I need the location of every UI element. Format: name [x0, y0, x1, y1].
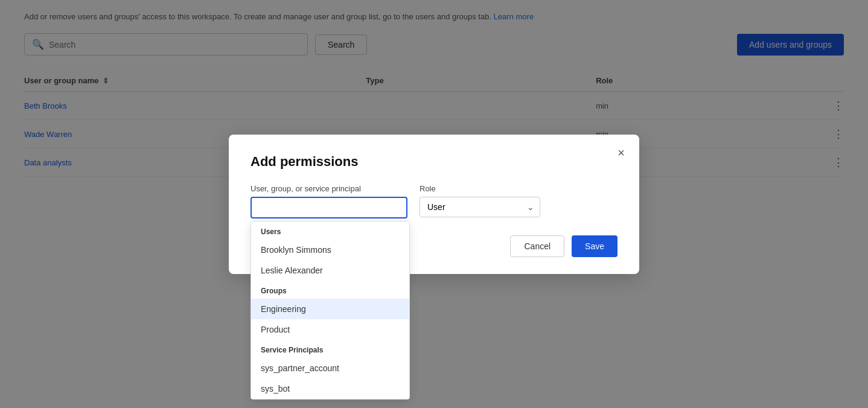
save-button[interactable]: Save: [572, 235, 617, 257]
user-field-group: User, group, or service principal Users …: [251, 184, 407, 218]
dropdown-item-sys-partner[interactable]: sys_partner_account: [251, 358, 409, 378]
dropdown-item-sys-bot[interactable]: sys_bot: [251, 378, 409, 399]
role-select[interactable]: User Admin Viewer: [420, 197, 540, 217]
dropdown-item-engineering[interactable]: Engineering: [251, 299, 409, 319]
dropdown-item-leslie[interactable]: Leslie Alexander: [251, 260, 409, 281]
add-permissions-modal: Add permissions × User, group, or servic…: [229, 135, 639, 274]
dropdown-category-groups: Groups: [251, 281, 409, 299]
user-group-input[interactable]: [251, 197, 407, 218]
role-select-wrap: User Admin Viewer ⌄: [420, 197, 540, 217]
cancel-button[interactable]: Cancel: [510, 235, 564, 257]
modal-close-button[interactable]: ×: [617, 147, 625, 159]
dropdown-category-users: Users: [251, 222, 409, 240]
user-dropdown-list: Users Brooklyn Simmons Leslie Alexander …: [251, 221, 410, 400]
user-field-label: User, group, or service principal: [251, 184, 407, 193]
modal-title: Add permissions: [251, 154, 617, 170]
dropdown-category-service-principals: Service Principals: [251, 340, 409, 358]
modal-fields: User, group, or service principal Users …: [251, 184, 617, 218]
dropdown-item-brooklyn[interactable]: Brooklyn Simmons: [251, 240, 409, 260]
role-field-group: Role User Admin Viewer ⌄: [420, 184, 540, 217]
dropdown-item-product[interactable]: Product: [251, 319, 409, 340]
modal-overlay: Add permissions × User, group, or servic…: [0, 0, 868, 408]
role-field-label: Role: [420, 184, 540, 193]
